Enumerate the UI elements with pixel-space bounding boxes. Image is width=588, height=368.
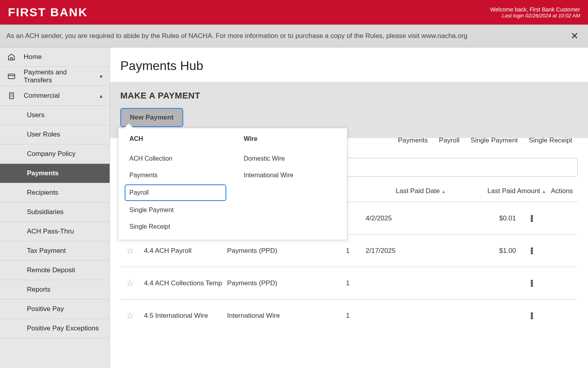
cell-count: 1 [334, 312, 366, 320]
sidebar: Home Payments and Transfers ▾ Commercial… [0, 47, 110, 368]
filter-chip-payments[interactable]: Payments [398, 137, 428, 144]
column-header-last-paid-amount[interactable]: Last Paid Amount▲ [463, 187, 550, 195]
sidebar-item-ach-pass-thru[interactable]: ACH Pass-Thru [0, 222, 110, 241]
sidebar-item-positive-pay[interactable]: Positive Pay [0, 300, 110, 319]
cell-name: 4.4 ACH Payroll [144, 247, 227, 255]
dropdown-heading-ach: ACH [129, 135, 222, 142]
dropdown-item-single-payment[interactable]: Single Payment [129, 202, 222, 218]
star-icon[interactable]: ☆ [126, 278, 134, 288]
sort-icon: ▲ [542, 189, 546, 194]
column-header-actions: Actions [550, 187, 578, 195]
table-row: ☆ 4.4 ACH Collections Temp Payments (PPD… [120, 267, 578, 300]
cell-type: Payments (PPD) [227, 279, 334, 287]
svg-rect-0 [8, 74, 15, 79]
sidebar-item-subsidiaries[interactable]: Subsidiaries [0, 203, 110, 222]
cell-date: 2/17/2025 [366, 247, 433, 255]
building-icon [7, 91, 16, 100]
make-payment-heading: MAKE A PAYMENT [120, 91, 578, 101]
cell-name: 4.5 International Wire [144, 312, 227, 320]
sidebar-item-payments[interactable]: Payments [0, 164, 110, 183]
filter-chip-single-payment[interactable]: Single Payment [470, 137, 518, 144]
sort-icon: ▲ [442, 189, 446, 194]
sidebar-item-label: Payments and Transfers [24, 68, 92, 84]
last-login-text: Last login 02/26/2024 at 10:02 AM [490, 13, 580, 19]
dropdown-column-ach: ACH ACH Collection Payments Payroll Sing… [118, 135, 233, 235]
home-icon [7, 53, 16, 61]
row-actions-menu[interactable]: ••• [520, 280, 544, 287]
sidebar-item-company-policy[interactable]: Company Policy [0, 144, 110, 164]
star-icon[interactable]: ☆ [126, 246, 134, 256]
cell-count: 1 [334, 247, 366, 255]
sidebar-item-remote-deposit[interactable]: Remote Deposit [0, 261, 110, 280]
filter-chip-single-receipt[interactable]: Single Receipt [529, 137, 572, 144]
dropdown-column-wire: Wire Domestic Wire International Wire [233, 135, 347, 235]
chevron-up-icon: ▴ [100, 93, 102, 99]
cell-date: 4/2/2025 [366, 214, 433, 222]
top-bar: FIRST BANK Welcome back, First Bank Cust… [0, 0, 588, 25]
sidebar-item-label: Home [24, 53, 102, 61]
welcome-block: Welcome back, First Bank Customer Last l… [490, 6, 580, 19]
card-icon [7, 72, 16, 81]
sidebar-item-payments-transfers[interactable]: Payments and Transfers ▾ [0, 67, 110, 86]
cell-type: International Wire [227, 312, 334, 320]
cell-amount: $1.00 [433, 247, 520, 255]
close-icon[interactable]: ✕ [567, 30, 582, 42]
sidebar-item-reports[interactable]: Reports [0, 280, 110, 300]
dropdown-item-payments[interactable]: Payments [129, 167, 222, 184]
cell-count: 1 [334, 279, 366, 287]
dropdown-item-international-wire[interactable]: International Wire [244, 167, 336, 184]
chevron-down-icon: ▾ [100, 73, 102, 80]
page-title: Payments Hub [110, 47, 588, 82]
sidebar-item-recipients[interactable]: Recipients [0, 183, 110, 203]
sidebar-item-label: Commercial [24, 92, 92, 100]
sidebar-item-commercial[interactable]: Commercial ▴ [0, 86, 110, 106]
sidebar-item-users[interactable]: Users [0, 106, 110, 125]
dropdown-heading-wire: Wire [244, 135, 336, 142]
star-icon[interactable]: ☆ [126, 311, 134, 321]
row-actions-menu[interactable]: ••• [520, 247, 544, 254]
filter-chip-payroll[interactable]: Payroll [439, 137, 459, 144]
cell-type: Payments (PPD) [227, 247, 334, 255]
dropdown-item-payroll[interactable]: Payroll [125, 184, 226, 201]
cell-amount: $0.01 [433, 214, 520, 222]
row-actions-menu[interactable]: ••• [520, 215, 544, 222]
main-content: Payments Hub MAKE A PAYMENT New Payment … [110, 47, 588, 368]
welcome-text: Welcome back, First Bank Customer [490, 6, 580, 13]
new-payment-dropdown: ACH ACH Collection Payments Payroll Sing… [118, 128, 347, 240]
row-actions-menu[interactable]: ••• [520, 312, 544, 319]
column-header-last-paid-date[interactable]: Last Paid Date▲ [396, 187, 463, 195]
notice-text: As an ACH sender, you are required to ab… [6, 32, 467, 40]
sidebar-item-tax-payment[interactable]: Tax Payment [0, 241, 110, 261]
brand-logo: FIRST BANK [8, 6, 88, 19]
table-row: ☆ 4.5 International Wire International W… [120, 300, 578, 332]
dropdown-item-ach-collection[interactable]: ACH Collection [129, 150, 222, 167]
notice-banner: As an ACH sender, you are required to ab… [0, 25, 588, 47]
dropdown-item-single-receipt[interactable]: Single Receipt [129, 218, 222, 235]
cell-name: 4.4 ACH Collections Temp [144, 279, 227, 287]
dropdown-item-domestic-wire[interactable]: Domestic Wire [244, 150, 336, 167]
svg-rect-2 [9, 93, 13, 99]
sidebar-item-positive-pay-exceptions[interactable]: Positive Pay Exceptions [0, 319, 110, 338]
sidebar-item-user-roles[interactable]: User Roles [0, 125, 110, 144]
sidebar-item-home[interactable]: Home [0, 47, 110, 67]
